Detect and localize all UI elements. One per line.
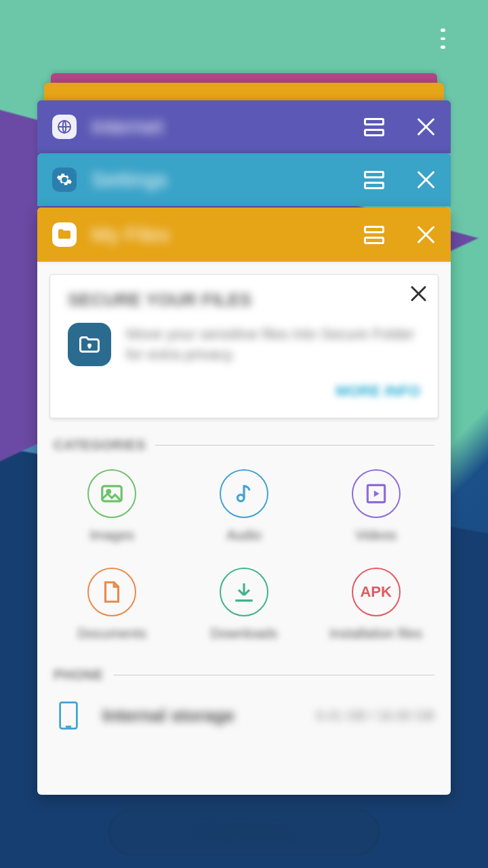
recent-card-title: My Files	[92, 223, 170, 246]
internal-storage-row[interactable]: Internal storage 6.41 GB / 16.00 GB	[49, 695, 439, 736]
split-screen-button[interactable]	[364, 117, 384, 137]
myfiles-body: SECURE YOUR FILES Move your sensitive fi…	[37, 262, 451, 795]
split-screen-button[interactable]	[364, 224, 384, 245]
close-card-button[interactable]	[415, 224, 436, 245]
overflow-menu-button[interactable]	[432, 28, 453, 49]
close-card-button[interactable]	[415, 117, 436, 137]
secure-files-desc: Move your sensitive files into Secure Fo…	[126, 324, 420, 365]
category-label: Installation files	[329, 626, 422, 642]
category-videos[interactable]: Videos	[313, 469, 439, 543]
category-label: Videos	[355, 528, 396, 543]
category-label: Downloads	[211, 626, 278, 642]
category-label: Documents	[78, 626, 146, 642]
category-downloads[interactable]: Downloads	[182, 568, 307, 642]
category-apk[interactable]: APK Installation files	[313, 568, 439, 642]
categories-grid: Images Audio Videos Documents	[49, 465, 439, 648]
svg-rect-6	[60, 703, 77, 729]
recent-card-title: Internet	[92, 115, 163, 138]
apk-icon: APK	[352, 568, 401, 616]
secure-files-title: SECURE YOUR FILES	[68, 290, 420, 311]
secure-folder-icon	[68, 323, 111, 366]
recent-card-settings[interactable]: Settings	[37, 153, 451, 206]
recent-card-header: My Files	[37, 208, 451, 262]
category-label: Images	[90, 528, 135, 543]
gear-icon	[52, 167, 77, 192]
storage-value: 6.41 GB / 16.00 GB	[316, 708, 434, 724]
section-phone: PHONE	[54, 667, 434, 683]
category-audio[interactable]: Audio	[182, 469, 307, 543]
close-all-button[interactable]: CLOSE ALL	[108, 808, 380, 856]
music-note-icon	[220, 469, 268, 518]
film-icon	[352, 469, 401, 518]
close-all-label: CLOSE ALL	[198, 823, 289, 842]
download-icon	[220, 568, 268, 616]
document-icon	[87, 568, 136, 616]
more-info-link[interactable]: MORE INFO	[68, 382, 420, 400]
image-icon	[87, 469, 136, 518]
category-documents[interactable]: Documents	[49, 568, 175, 642]
phone-icon	[54, 701, 83, 730]
recent-card-myfiles[interactable]: My Files SECURE YOUR FILES Move your sen…	[37, 208, 451, 795]
recent-card-title: Settings	[92, 168, 167, 191]
folder-icon	[52, 222, 77, 247]
close-card-button[interactable]	[415, 170, 436, 190]
category-label: Audio	[226, 528, 261, 543]
recent-card-internet[interactable]: Internet	[37, 100, 451, 153]
category-images[interactable]: Images	[49, 469, 175, 543]
globe-icon	[52, 115, 77, 139]
storage-name: Internal storage	[102, 705, 235, 726]
svg-point-1	[89, 344, 91, 347]
section-categories: CATEGORIES	[54, 437, 434, 453]
split-screen-button[interactable]	[364, 170, 384, 190]
secure-files-card: SECURE YOUR FILES Move your sensitive fi…	[49, 274, 439, 418]
